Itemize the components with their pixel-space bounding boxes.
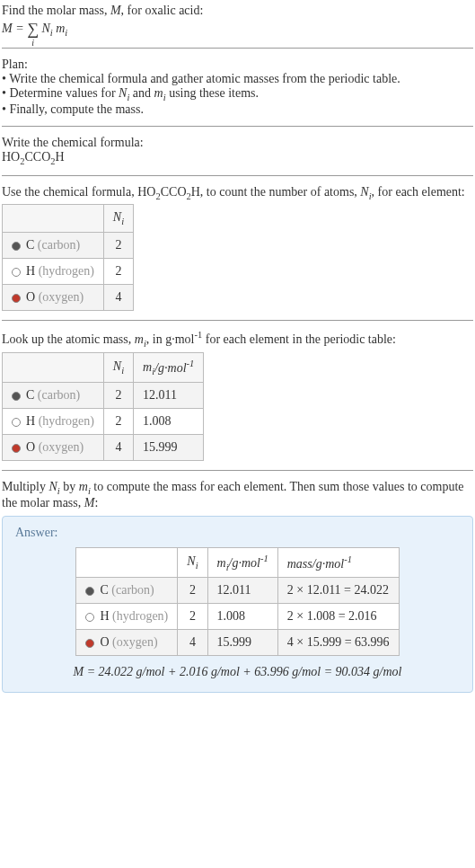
- ni-cell: 2: [103, 233, 133, 259]
- table-row: H (hydrogen) 2 1.008 2 × 1.008 = 2.016: [76, 604, 399, 630]
- element-dot-icon: [12, 268, 21, 277]
- ni-cell: 2: [103, 383, 133, 409]
- plan-item: Determine values for Ni and mi using the…: [2, 86, 473, 102]
- table-header-row: Ni mi/g·mol-1 mass/g·mol-1: [76, 547, 399, 577]
- divider: [2, 175, 473, 176]
- element-cell: O (oxygen): [3, 285, 104, 311]
- element-name: (oxygen): [39, 290, 84, 304]
- divider: [2, 126, 473, 127]
- table-row: C (carbon) 2 12.011 2 × 12.011 = 24.022: [76, 578, 399, 604]
- element-name: (hydrogen): [39, 264, 94, 278]
- write-formula-title: Write the chemical formula:: [2, 136, 473, 150]
- element-dot-icon: [85, 613, 94, 622]
- element-dot-icon: [12, 418, 21, 427]
- table-header-blank: [3, 352, 104, 382]
- mi-cell: 12.011: [134, 383, 204, 409]
- intro-M: M: [110, 4, 121, 17]
- intro-text-2: , for oxalic acid:: [121, 4, 204, 17]
- ni-cell: 2: [178, 578, 207, 604]
- element-symbol: O: [26, 440, 35, 454]
- table-header-mass: mass/g·mol-1: [277, 547, 399, 577]
- element-cell: H (hydrogen): [3, 259, 104, 285]
- intro-text-1: Find the molar mass,: [2, 4, 110, 17]
- element-dot-icon: [85, 587, 94, 596]
- mi-cell: 1.008: [134, 409, 204, 435]
- lookup-intro: Look up the atomic mass, mi, in g·mol-1 …: [2, 330, 473, 348]
- mi-cell: 12.011: [207, 578, 277, 604]
- divider: [2, 470, 473, 471]
- ni-cell: 4: [103, 285, 133, 311]
- table-row: O (oxygen) 4 15.999: [3, 435, 204, 461]
- element-name: (hydrogen): [39, 414, 94, 428]
- plan-title: Plan:: [2, 58, 473, 72]
- plan-item: Write the chemical formula and gather at…: [2, 72, 473, 86]
- element-name: (oxygen): [112, 635, 158, 649]
- table-header-mi: mi/g·mol-1: [207, 547, 277, 577]
- element-name: (carbon): [38, 388, 80, 402]
- chemical-formula: HO2CCO2H: [2, 150, 473, 166]
- ni-cell: 2: [178, 604, 207, 630]
- table-row: O (oxygen) 4 15.999 4 × 15.999 = 63.996: [76, 630, 399, 656]
- element-symbol: H: [100, 609, 109, 623]
- element-symbol: C: [100, 583, 108, 597]
- table-row: H (hydrogen) 2: [3, 259, 134, 285]
- plan-item: Finally, compute the mass.: [2, 102, 473, 117]
- count-intro: Use the chemical formula, HO2CCO2H, to c…: [2, 185, 473, 201]
- table-row: H (hydrogen) 2 1.008: [3, 409, 204, 435]
- table-header-blank: [76, 547, 178, 577]
- final-equation: M = 24.022 g/mol + 2.016 g/mol + 63.996 …: [15, 665, 460, 679]
- atomic-mass-table: Ni mi/g·mol-1 C (carbon) 2 12.011 H (hyd…: [2, 352, 204, 461]
- table-row: O (oxygen) 4: [3, 285, 134, 311]
- element-cell: H (hydrogen): [3, 409, 104, 435]
- write-formula-section: Write the chemical formula: HO2CCO2H: [2, 136, 473, 166]
- element-cell: C (carbon): [3, 233, 104, 259]
- element-dot-icon: [12, 242, 21, 251]
- element-cell: C (carbon): [3, 383, 104, 409]
- element-cell: C (carbon): [76, 578, 178, 604]
- multiply-section: Multiply Ni by mi to compute the mass fo…: [2, 480, 473, 693]
- atom-count-table: Ni C (carbon) 2 H (hydrogen) 2 O (oxygen…: [2, 204, 134, 311]
- ni-cell: 4: [178, 630, 207, 656]
- element-symbol: O: [100, 635, 109, 649]
- table-header-ni: Ni: [103, 205, 133, 233]
- multiply-intro: Multiply Ni by mi to compute the mass fo…: [2, 480, 473, 510]
- element-name: (carbon): [111, 583, 154, 597]
- answer-box: Answer: Ni mi/g·mol-1 mass/g·mol-1 C (ca…: [2, 516, 473, 693]
- table-header-ni: Ni: [103, 352, 133, 382]
- mass-cell: 2 × 12.011 = 24.022: [277, 578, 399, 604]
- divider: [2, 48, 473, 49]
- element-name: (hydrogen): [112, 609, 168, 623]
- element-dot-icon: [12, 444, 21, 453]
- table-header-mi: mi/g·mol-1: [134, 352, 204, 382]
- mi-cell: 15.999: [207, 630, 277, 656]
- table-row: C (carbon) 2: [3, 233, 134, 259]
- lookup-mass-section: Look up the atomic mass, mi, in g·mol-1 …: [2, 330, 473, 461]
- mi-cell: 1.008: [207, 604, 277, 630]
- element-dot-icon: [85, 639, 94, 648]
- ni-cell: 4: [103, 435, 133, 461]
- answer-label: Answer:: [15, 526, 460, 540]
- element-symbol: C: [26, 388, 34, 402]
- element-cell: O (oxygen): [3, 435, 104, 461]
- element-symbol: H: [26, 264, 35, 278]
- table-header-row: Ni: [3, 205, 134, 233]
- count-atoms-section: Use the chemical formula, HO2CCO2H, to c…: [2, 185, 473, 312]
- element-symbol: H: [26, 414, 35, 428]
- intro-section: Find the molar mass, M, for oxalic acid:…: [2, 4, 473, 39]
- element-cell: H (hydrogen): [76, 604, 178, 630]
- element-name: (oxygen): [39, 440, 84, 454]
- molar-mass-formula: M = ∑i Ni mi: [2, 20, 473, 39]
- element-name: (carbon): [38, 238, 80, 252]
- ni-cell: 2: [103, 409, 133, 435]
- ni-cell: 2: [103, 259, 133, 285]
- table-header-row: Ni mi/g·mol-1: [3, 352, 204, 382]
- table-row: C (carbon) 2 12.011: [3, 383, 204, 409]
- mass-cell: 4 × 15.999 = 63.996: [277, 630, 399, 656]
- mass-cell: 2 × 1.008 = 2.016: [277, 604, 399, 630]
- answer-table: Ni mi/g·mol-1 mass/g·mol-1 C (carbon) 2 …: [75, 547, 399, 656]
- plan-list: Write the chemical formula and gather at…: [2, 72, 473, 117]
- mi-cell: 15.999: [134, 435, 204, 461]
- element-symbol: C: [26, 238, 34, 252]
- element-dot-icon: [12, 294, 21, 303]
- divider: [2, 320, 473, 321]
